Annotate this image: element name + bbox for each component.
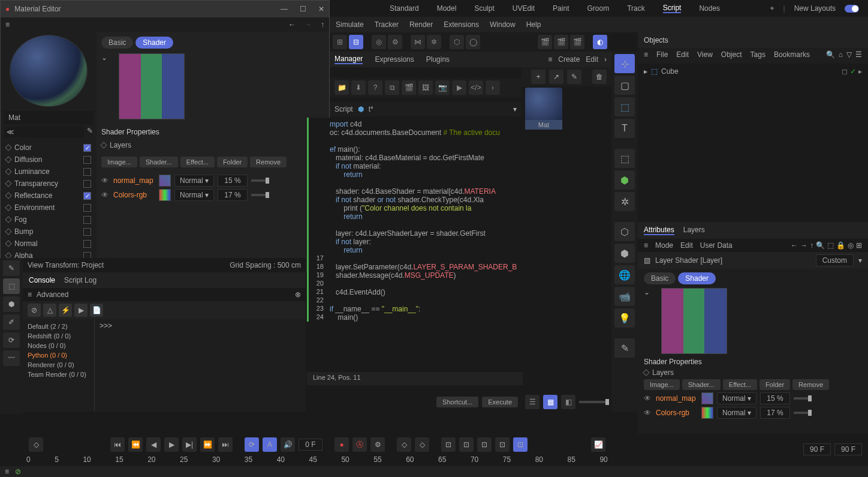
clear-filter-icon[interactable]: ⊗: [295, 290, 301, 299]
picker-icon[interactable]: ✎: [87, 127, 93, 137]
key-pos-icon[interactable]: ◇: [397, 437, 411, 452]
eye-icon[interactable]: 👁: [644, 394, 652, 403]
clapper-icon[interactable]: 🎬: [538, 35, 552, 49]
tool-2-icon[interactable]: ⬚: [3, 278, 20, 294]
deform-tool-icon[interactable]: ⬢: [614, 170, 635, 190]
script-name-dropdown[interactable]: t*: [369, 105, 508, 113]
gear-icon[interactable]: ⚙: [388, 35, 402, 49]
select-tool-icon[interactable]: ⬚: [614, 149, 635, 168]
channel-environment[interactable]: Environment: [4, 202, 94, 214]
opacity-slider[interactable]: [251, 194, 269, 196]
blend-dropdown[interactable]: Normal ▾: [174, 175, 214, 187]
text-tool-icon[interactable]: T: [614, 119, 635, 138]
play-icon[interactable]: ▶: [74, 304, 88, 317]
mirror-icon[interactable]: ⋈: [411, 35, 425, 49]
download-icon[interactable]: ⬇: [351, 80, 366, 95]
step-back-icon[interactable]: ⏪: [128, 437, 143, 452]
channel-bump[interactable]: Bump: [4, 226, 94, 238]
channel-luminance[interactable]: Luminance: [4, 166, 94, 178]
opacity-slider[interactable]: [794, 397, 812, 400]
console-filter-input[interactable]: Advanced: [37, 290, 290, 299]
attributes-tab[interactable]: Attributes: [644, 226, 674, 235]
hamburger-icon[interactable]: ≡: [5, 20, 10, 29]
tab-groom[interactable]: Groom: [587, 4, 609, 13]
manager-tab[interactable]: Manager: [334, 55, 363, 64]
folder-button[interactable]: Folder: [217, 157, 248, 167]
grid-view-icon[interactable]: ▦: [543, 395, 557, 409]
console-cat[interactable]: Renderer (0 / 0): [28, 360, 89, 370]
obj-object-menu[interactable]: Object: [721, 50, 742, 59]
chevron-down-icon[interactable]: ⌄: [644, 288, 650, 296]
clapper2-icon[interactable]: 🎬: [554, 35, 568, 49]
image-button[interactable]: Image...: [101, 157, 137, 167]
chevron-down-icon[interactable]: ▾: [858, 256, 862, 265]
hamburger-icon[interactable]: ≡: [5, 467, 9, 476]
clear-console-icon[interactable]: ⊘: [28, 304, 41, 317]
tool-6-icon[interactable]: 〰: [3, 350, 20, 366]
opacity-input[interactable]: 15 %: [218, 175, 248, 187]
globe-tool-icon[interactable]: 🌐: [614, 265, 635, 284]
cube-tool-icon[interactable]: ⬚: [614, 97, 635, 116]
tab-model[interactable]: Model: [437, 4, 457, 13]
target-icon[interactable]: ◎: [848, 241, 854, 250]
execute-button[interactable]: Execute: [482, 397, 518, 407]
prev-frame-icon[interactable]: ◀: [146, 437, 161, 452]
chevron-down-icon[interactable]: ⌄: [101, 53, 107, 62]
close-icon[interactable]: ✕: [318, 5, 324, 13]
node-tool-icon[interactable]: ⬢: [614, 244, 635, 263]
attr-shader-preview[interactable]: [661, 288, 727, 354]
object-name[interactable]: Cube: [661, 67, 679, 76]
obj-edit-menu[interactable]: Edit: [676, 50, 689, 59]
arrow-out-icon[interactable]: ↗: [549, 70, 563, 84]
custom-dropdown[interactable]: Custom: [816, 254, 854, 266]
tab-nodes[interactable]: Nodes: [699, 4, 720, 13]
opacity-input[interactable]: 15 %: [760, 392, 790, 404]
channel-transparency[interactable]: Transparency: [4, 178, 94, 190]
new-icon[interactable]: ⊞: [856, 241, 862, 250]
image-button[interactable]: Image...: [644, 379, 680, 390]
sphere-icon[interactable]: ◐: [593, 35, 607, 49]
layer-swatch[interactable]: [701, 407, 713, 419]
expressions-tab[interactable]: Expressions: [375, 55, 414, 64]
menu-window[interactable]: Window: [490, 20, 516, 29]
hamburger-icon[interactable]: ≡: [644, 241, 648, 250]
help-icon[interactable]: ?: [368, 80, 382, 95]
code-icon[interactable]: </>: [469, 80, 483, 95]
menu-extensions[interactable]: Extensions: [444, 20, 479, 29]
layout-toggle[interactable]: [845, 5, 859, 13]
zoom-slider[interactable]: [579, 401, 609, 403]
gear2-icon[interactable]: ⚙: [370, 437, 385, 452]
list-view-icon[interactable]: ☰: [525, 395, 540, 409]
console-cat[interactable]: Team Render (0 / 0): [28, 370, 89, 379]
shader-button[interactable]: Shader...: [682, 379, 721, 390]
console-cat[interactable]: Python (0 / 0): [28, 350, 89, 360]
folder-button[interactable]: Folder: [760, 379, 790, 390]
camera-tool-icon[interactable]: 📹: [614, 287, 635, 306]
chevron-down-icon[interactable]: ▾: [513, 105, 517, 113]
code-editor[interactable]: 1718192021222324 mport c4doc: c4d.docume…: [307, 118, 523, 370]
filter-icon[interactable]: ▽: [846, 50, 852, 59]
ring-icon[interactable]: ◯: [466, 35, 480, 49]
move-tool-icon[interactable]: ⊹: [614, 54, 635, 73]
btn-d-icon[interactable]: ⊡: [495, 437, 510, 452]
shortcut-button[interactable]: Shortcut...: [436, 397, 478, 407]
opacity-slider[interactable]: [251, 179, 269, 182]
basic-tab[interactable]: Basic: [101, 37, 133, 49]
pin-icon[interactable]: ⬚: [827, 241, 834, 250]
search-icon[interactable]: 🔍: [816, 241, 825, 250]
trash-icon[interactable]: 🗑: [592, 70, 607, 84]
edit-tool-icon[interactable]: ✎: [614, 338, 635, 358]
add-layout-button[interactable]: +: [770, 4, 774, 13]
chevron-right-icon[interactable]: ›: [486, 80, 500, 95]
key-icon[interactable]: ◇: [29, 437, 43, 452]
console-prompt[interactable]: >>>: [100, 322, 112, 330]
step-fwd-icon[interactable]: ⏩: [200, 437, 215, 452]
eye-icon[interactable]: 👁: [101, 191, 110, 199]
sound-icon[interactable]: 🔊: [281, 437, 295, 452]
attr-basic-tab[interactable]: Basic: [644, 272, 676, 284]
obj-view-menu[interactable]: View: [697, 50, 713, 59]
menu-simulate[interactable]: Simulate: [336, 20, 364, 29]
attr-edit-menu[interactable]: Edit: [680, 241, 693, 250]
channel-normal[interactable]: Normal: [4, 238, 94, 250]
obj-file-menu[interactable]: File: [656, 50, 668, 59]
